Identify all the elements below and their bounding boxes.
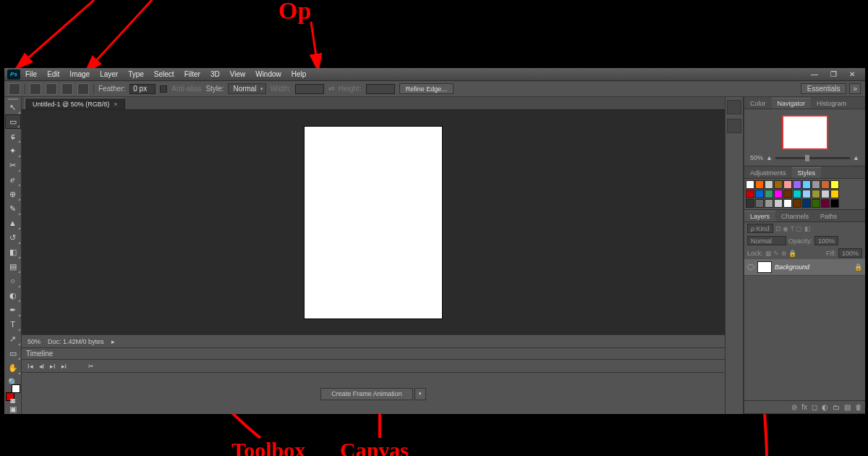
actions-icon[interactable]	[727, 119, 741, 133]
navigator-zoom-slider[interactable]	[775, 157, 850, 159]
tab-layers[interactable]: Layers	[744, 211, 775, 221]
tab-channels[interactable]: Channels	[775, 211, 814, 221]
link-layers-icon[interactable]: ⊘	[791, 403, 797, 411]
opacity-input[interactable]: 100%	[814, 236, 838, 245]
layer-thumbnail[interactable]	[757, 261, 772, 273]
move-tool[interactable]: ↖	[5, 100, 21, 114]
tab-styles[interactable]: Styles	[792, 167, 822, 178]
menu-filter[interactable]: Filter	[179, 70, 205, 78]
style-swatch[interactable]	[802, 199, 811, 208]
style-swatch[interactable]	[783, 190, 792, 198]
minimize-button[interactable]: —	[807, 70, 822, 79]
adjustment-layer-icon[interactable]: ◐	[822, 403, 828, 411]
menu-view[interactable]: View	[225, 70, 251, 78]
style-swatch[interactable]	[830, 180, 839, 189]
status-arrow-icon[interactable]: ▸	[111, 338, 115, 345]
group-icon[interactable]: 🗀	[833, 403, 840, 411]
canvas-viewport[interactable]	[22, 110, 725, 334]
antialias-checkbox[interactable]	[160, 85, 167, 93]
history-icon[interactable]	[727, 100, 741, 114]
menu-select[interactable]: Select	[149, 70, 179, 78]
close-button[interactable]: ✕	[845, 70, 859, 79]
path-select-tool[interactable]: ↗	[5, 332, 21, 346]
zoom-in-icon[interactable]: ▲	[853, 154, 859, 161]
layer-row-background[interactable]: Background 🔒	[744, 259, 865, 276]
intersect-selection-icon[interactable]	[77, 83, 89, 95]
healing-tool[interactable]: ⊕	[5, 187, 21, 201]
style-swatch[interactable]	[774, 199, 783, 208]
go-first-button[interactable]: I◂	[27, 363, 33, 370]
screen-mode-tool[interactable]: ▣	[5, 405, 21, 414]
style-swatch[interactable]	[755, 180, 764, 189]
style-swatch[interactable]	[765, 180, 773, 189]
style-swatch[interactable]	[774, 180, 783, 189]
new-layer-icon[interactable]: ▤	[844, 403, 851, 411]
style-swatch[interactable]	[783, 199, 792, 208]
style-swatch[interactable]	[774, 190, 783, 198]
menu-layer[interactable]: Layer	[95, 70, 123, 78]
delete-layer-icon[interactable]: 🗑	[855, 403, 862, 411]
workspace-select[interactable]: Essentials	[801, 83, 847, 94]
style-swatch[interactable]	[802, 180, 811, 189]
quick-select-tool[interactable]: ✦	[5, 143, 21, 158]
close-tab-icon[interactable]: ×	[114, 101, 117, 108]
visibility-eye-icon[interactable]	[747, 264, 754, 270]
blur-tool[interactable]: ○	[5, 274, 21, 288]
style-swatch[interactable]	[812, 180, 820, 189]
style-swatch[interactable]	[802, 190, 811, 198]
tab-navigator[interactable]: Navigator	[772, 98, 812, 109]
foreground-background-colors[interactable]	[6, 392, 20, 393]
menu-help[interactable]: Help	[286, 70, 312, 78]
subtract-selection-icon[interactable]	[61, 83, 73, 95]
gradient-tool[interactable]: ▤	[5, 259, 21, 274]
layer-style-icon[interactable]: fx	[801, 403, 807, 411]
menu-image[interactable]: Image	[64, 70, 95, 78]
type-tool[interactable]: T	[5, 317, 21, 332]
canvas[interactable]	[305, 127, 442, 318]
workspace-menu-icon[interactable]: »	[849, 83, 861, 94]
style-swatch[interactable]	[821, 180, 830, 189]
style-swatch[interactable]	[783, 180, 792, 189]
shape-tool[interactable]: ▭	[5, 346, 21, 360]
tab-color[interactable]: Color	[744, 98, 772, 109]
add-selection-icon[interactable]	[46, 83, 57, 95]
eraser-tool[interactable]: ◧	[5, 245, 21, 259]
zoom-indicator[interactable]: 50%	[27, 338, 41, 345]
menu-3d[interactable]: 3D	[205, 70, 225, 78]
style-swatch[interactable]	[812, 199, 820, 208]
document-tab[interactable]: Untitled-1 @ 50% (RGB/8) ×	[25, 98, 125, 109]
style-swatch[interactable]	[746, 190, 754, 198]
navigator-preview[interactable]	[782, 115, 828, 150]
active-tool-icon[interactable]	[9, 83, 20, 95]
menu-edit[interactable]: Edit	[42, 70, 64, 78]
style-swatch[interactable]	[830, 199, 839, 208]
create-animation-dropdown[interactable]: ▾	[414, 388, 426, 400]
prev-frame-button[interactable]: ◂I	[39, 363, 45, 370]
stamp-tool[interactable]: ▲	[5, 216, 21, 230]
menu-file[interactable]: File	[20, 70, 42, 78]
hand-tool[interactable]: ✋	[5, 360, 21, 375]
quick-mask-tool[interactable]: ◙	[5, 396, 21, 405]
style-swatch[interactable]	[755, 190, 764, 198]
style-swatch[interactable]	[793, 190, 801, 198]
style-swatch[interactable]	[821, 199, 830, 208]
style-swatch[interactable]	[746, 180, 754, 189]
blend-mode-select[interactable]: Normal	[747, 236, 786, 245]
marquee-tool[interactable]: ▭	[5, 114, 21, 129]
go-last-button[interactable]: ▸I	[61, 363, 67, 370]
timeline-extra-button[interactable]: ✂	[88, 363, 94, 370]
style-swatch[interactable]	[793, 180, 801, 189]
tab-histogram[interactable]: Histogram	[811, 98, 852, 109]
navigator-zoom-value[interactable]: 50%	[750, 154, 763, 161]
play-button[interactable]: ▸I	[50, 363, 56, 370]
create-frame-animation-button[interactable]: Create Frame Animation	[320, 388, 413, 400]
tab-paths[interactable]: Paths	[814, 211, 843, 221]
style-swatch[interactable]	[830, 190, 839, 198]
feather-input[interactable]	[129, 84, 156, 94]
style-select[interactable]: Normal	[228, 83, 265, 94]
fill-input[interactable]: 100%	[838, 248, 862, 258]
style-swatch[interactable]	[765, 190, 773, 198]
style-swatch[interactable]	[765, 199, 773, 208]
style-swatch[interactable]	[793, 199, 801, 208]
brush-tool[interactable]: ✎	[5, 201, 21, 216]
